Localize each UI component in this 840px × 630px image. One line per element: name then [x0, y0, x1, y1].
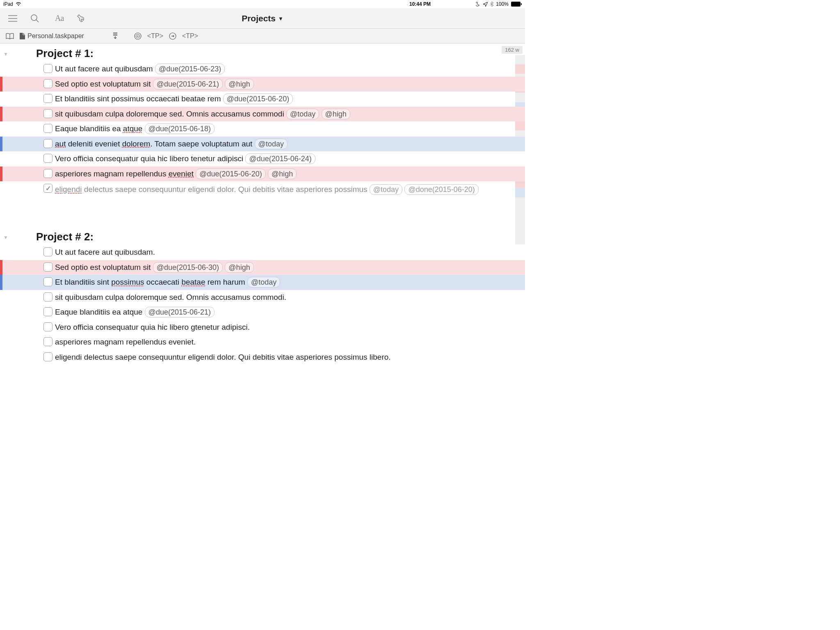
- task-text[interactable]: Et blanditiis sint possimus occaecati be…: [55, 93, 293, 105]
- wifi-icon: [16, 2, 21, 6]
- task-checkbox[interactable]: [43, 307, 52, 316]
- font-settings-button[interactable]: Aa: [55, 14, 64, 23]
- tag-chip[interactable]: @high: [225, 262, 253, 273]
- file-breadcrumb[interactable]: Personal.taskpaper: [20, 32, 84, 40]
- book-icon[interactable]: [6, 31, 14, 41]
- task-text[interactable]: asperiores magnam repellendus eveniet.: [55, 336, 196, 348]
- task-row[interactable]: asperiores magnam repellendus eveniet.: [0, 335, 525, 350]
- task-row[interactable]: Eaque blanditiis ea atque @due(2015-06-1…: [0, 121, 525, 137]
- svg-point-2: [31, 15, 37, 21]
- task-checkbox[interactable]: [43, 169, 52, 178]
- task-text[interactable]: sit quibusdam culpa doloremque sed. Omni…: [55, 108, 350, 120]
- task-checkbox[interactable]: [43, 64, 52, 73]
- tp-chip-1[interactable]: <TP>: [147, 32, 163, 40]
- task-checkbox[interactable]: [43, 79, 52, 88]
- priority-flag: [0, 260, 2, 275]
- tag-chip[interactable]: @due(2015-06-21): [153, 79, 223, 89]
- menu-icon[interactable]: [7, 13, 18, 24]
- task-text[interactable]: Eaque blanditiis ea atque @due(2015-06-2…: [55, 306, 215, 318]
- document-area[interactable]: 162 w ▼Project # 1:Ut aut facere aut qui…: [0, 43, 525, 394]
- task-checkbox[interactable]: [43, 262, 52, 272]
- task-row[interactable]: Vero officia consequatur quia hic libero…: [0, 151, 525, 167]
- task-checkbox[interactable]: [43, 109, 52, 118]
- tag-chip[interactable]: @due(2015-06-20): [223, 94, 293, 104]
- page-title-dropdown[interactable]: Projects ▼: [242, 14, 283, 23]
- task-text[interactable]: Ut aut facere aut quibusdam @due(2015-06…: [55, 63, 225, 75]
- arrow-circle-icon[interactable]: [169, 31, 176, 41]
- priority-flag: [0, 275, 2, 290]
- tag-chip[interactable]: @high: [268, 169, 297, 179]
- minimap-row[interactable]: [515, 216, 525, 226]
- task-text[interactable]: Sed optio est voluptatum sit @due(2015-0…: [55, 261, 254, 274]
- tag-chip[interactable]: @due(2015-06-21): [145, 307, 215, 317]
- project-title[interactable]: Project # 1:: [36, 47, 94, 60]
- tag-chip[interactable]: @due(2015-06-20): [196, 169, 265, 179]
- tag-chip[interactable]: @due(2015-06-18): [145, 123, 215, 134]
- tag-chip[interactable]: @high: [322, 109, 350, 119]
- task-checkbox[interactable]: [43, 184, 52, 193]
- file-icon: [20, 33, 25, 39]
- task-text[interactable]: Vero officia consequatur quia hic libero…: [55, 321, 250, 333]
- task-row[interactable]: eligendi delectus saepe consequuntur eli…: [0, 350, 525, 365]
- task-row[interactable]: Sed optio est voluptatum sit @due(2015-0…: [0, 260, 525, 275]
- task-checkbox[interactable]: [43, 277, 52, 286]
- tag-chip[interactable]: @done(2015-06-20): [404, 184, 478, 195]
- task-row[interactable]: Et blanditiis sint possimus occaecati be…: [0, 91, 525, 107]
- task-checkbox[interactable]: [43, 154, 52, 163]
- minimap-row[interactable]: [515, 226, 525, 235]
- task-text[interactable]: sit quibusdam culpa doloremque sed. Omni…: [55, 291, 286, 304]
- task-checkbox[interactable]: [43, 292, 52, 301]
- task-row[interactable]: sit quibusdam culpa doloremque sed. Omni…: [0, 107, 525, 122]
- tag-chip[interactable]: @due(2015-06-24): [245, 153, 315, 164]
- tag-chip[interactable]: @today: [255, 139, 288, 149]
- battery-percent: 100%: [496, 1, 509, 7]
- fold-toggle[interactable]: ▼: [0, 233, 11, 240]
- tag-chip[interactable]: @today: [370, 184, 402, 195]
- fold-toggle[interactable]: ▼: [0, 50, 11, 57]
- task-checkbox[interactable]: [43, 352, 52, 361]
- tag-chip[interactable]: @due(2015-06-23): [155, 64, 225, 74]
- task-checkbox[interactable]: [43, 322, 52, 331]
- task-text[interactable]: Sed optio est voluptatum sit @due(2015-0…: [55, 78, 254, 90]
- status-bar: iPad 10:44 PM 100%: [0, 0, 525, 8]
- task-row[interactable]: Et blanditiis sint possimus occaecati be…: [0, 275, 525, 290]
- task-text[interactable]: eligendi delectus saepe consequuntur eli…: [55, 351, 391, 363]
- task-text[interactable]: Eaque blanditiis ea atque @due(2015-06-1…: [55, 123, 215, 135]
- task-text[interactable]: asperiores magnam repellendus eveniet @d…: [55, 168, 297, 180]
- minimap-row[interactable]: [515, 235, 525, 244]
- task-row[interactable]: Eaque blanditiis ea atque @due(2015-06-2…: [0, 305, 525, 320]
- priority-flag: [0, 77, 2, 92]
- navbar: Projects ▼ Aa: [0, 8, 525, 29]
- tag-chip[interactable]: @today: [286, 109, 319, 119]
- task-row[interactable]: asperiores magnam repellendus eveniet @d…: [0, 167, 525, 182]
- target-icon[interactable]: [134, 31, 142, 41]
- task-row[interactable]: eligendi delectus saepe consequuntur eli…: [0, 181, 525, 211]
- download-stack-icon[interactable]: [112, 31, 119, 41]
- task-checkbox[interactable]: [43, 139, 52, 148]
- task-checkbox[interactable]: [43, 94, 52, 103]
- project-title[interactable]: Project # 2:: [36, 231, 94, 243]
- task-row[interactable]: sit quibusdam culpa doloremque sed. Omni…: [0, 290, 525, 305]
- task-row[interactable]: Ut aut facere aut quibusdam.: [0, 245, 525, 260]
- task-text[interactable]: eligendi delectus saepe consequuntur eli…: [55, 183, 479, 196]
- task-text[interactable]: aut deleniti eveniet dolorem. Totam saep…: [55, 138, 288, 150]
- task-text[interactable]: Et blanditiis sint possimus occaecati be…: [55, 276, 280, 288]
- task-row[interactable]: aut deleniti eveniet dolorem. Totam saep…: [0, 137, 525, 152]
- wrench-icon[interactable]: [75, 13, 86, 24]
- task-row[interactable]: Vero officia consequatur quia hic libero…: [0, 320, 525, 335]
- task-checkbox[interactable]: [43, 124, 52, 133]
- device-label: iPad: [3, 1, 13, 7]
- tag-chip[interactable]: @today: [247, 277, 280, 288]
- task-row[interactable]: Sed optio est voluptatum sit @due(2015-0…: [0, 77, 525, 92]
- svg-point-5: [137, 35, 138, 37]
- tp-chip-2[interactable]: <TP>: [182, 32, 198, 40]
- tag-chip[interactable]: @high: [225, 79, 253, 89]
- tag-chip[interactable]: @due(2015-06-30): [153, 262, 223, 273]
- svg-rect-1: [521, 3, 522, 5]
- search-icon[interactable]: [30, 13, 40, 24]
- task-row[interactable]: Ut aut facere aut quibusdam @due(2015-06…: [0, 62, 525, 77]
- task-checkbox[interactable]: [43, 337, 52, 346]
- task-checkbox[interactable]: [43, 247, 52, 256]
- task-text[interactable]: Vero officia consequatur quia hic libero…: [55, 153, 315, 165]
- task-text[interactable]: Ut aut facere aut quibusdam.: [55, 246, 155, 258]
